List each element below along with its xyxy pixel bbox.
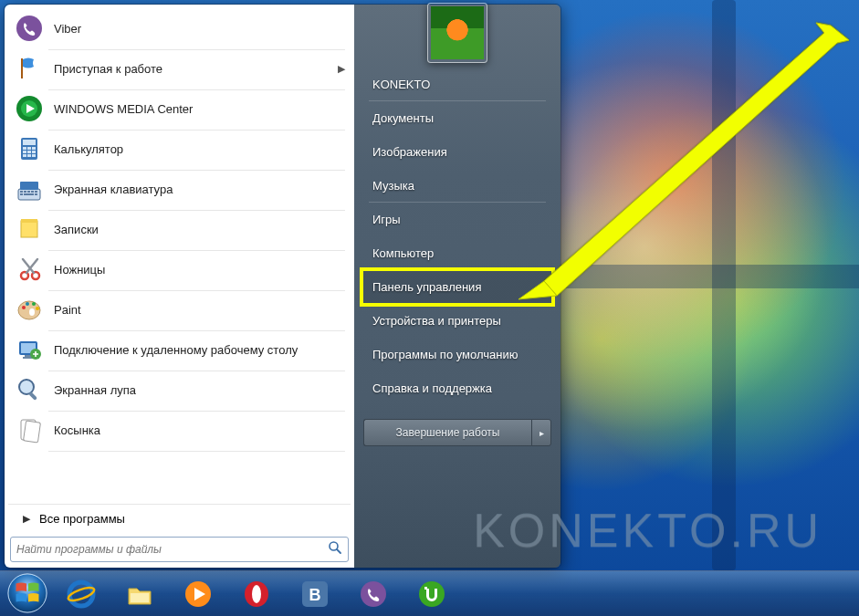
- svg-point-2: [8, 573, 47, 611]
- search-input[interactable]: [16, 543, 328, 556]
- keyboard-icon: [14, 173, 45, 204]
- program-item-keyboard[interactable]: Экранная клавиатура: [8, 169, 351, 209]
- right-panel-item-label: Игры: [372, 213, 401, 226]
- taskbar-vk-button[interactable]: [287, 575, 343, 613]
- shutdown-options-button[interactable]: ▸: [531, 419, 551, 446]
- program-item-viber[interactable]: Viber: [8, 8, 351, 48]
- submenu-arrow-icon: ▶: [338, 63, 345, 75]
- start-menu-right-pane: KONEKTO ДокументыИзображенияМузыкаИгрыКо…: [354, 5, 560, 568]
- program-item-notes[interactable]: Записки: [8, 209, 351, 249]
- taskbar-utorrent-button[interactable]: [403, 575, 460, 613]
- flag-icon: [14, 53, 45, 84]
- taskbar: [0, 570, 859, 616]
- right-panel-item[interactable]: Устройства и принтеры: [363, 305, 551, 337]
- triangle-right-icon: ▸: [539, 428, 544, 438]
- program-label: Записки: [54, 223, 345, 236]
- right-panel-item-label: Устройства и принтеры: [372, 314, 501, 328]
- all-programs-button[interactable]: ▶ Все программы: [8, 504, 351, 533]
- right-panel-item[interactable]: Игры: [363, 204, 551, 235]
- user-name-label: KONEKTO: [372, 78, 430, 91]
- right-panel-item[interactable]: Изображения: [363, 136, 551, 168]
- program-label: Приступая к работе: [54, 62, 329, 76]
- program-label: Ножницы: [54, 263, 345, 277]
- calc-icon: [14, 133, 45, 164]
- vk-icon: [300, 579, 330, 609]
- taskbar-ie-button[interactable]: [53, 575, 110, 613]
- right-panel-item[interactable]: Документы: [363, 102, 551, 134]
- taskbar-viber-button[interactable]: [345, 575, 402, 613]
- right-panel-list: KONEKTO ДокументыИзображенияМузыкаИгрыКо…: [363, 68, 551, 404]
- right-panel-item-label: Панель управления: [372, 280, 481, 294]
- program-label: Косынка: [54, 423, 345, 437]
- search-box[interactable]: [10, 537, 349, 562]
- right-panel-item-label: Программы по умолчанию: [372, 348, 518, 361]
- shutdown-group: Завершение работы ▸: [363, 419, 551, 446]
- right-panel-item[interactable]: Музыка: [363, 170, 551, 202]
- program-label: Экранная клавиатура: [54, 183, 345, 196]
- all-programs-label: Все программы: [39, 512, 125, 526]
- taskbar-opera-button[interactable]: [228, 575, 285, 613]
- user-picture[interactable]: [427, 3, 487, 63]
- program-item-rdp[interactable]: Подключение к удаленному рабочему столу: [8, 329, 351, 370]
- right-panel-item[interactable]: Справка и поддержка: [363, 372, 551, 404]
- program-label: Paint: [54, 303, 345, 317]
- right-panel-item-label: Справка и поддержка: [372, 381, 492, 395]
- user-name-item[interactable]: KONEKTO: [363, 68, 551, 100]
- viber-icon: [359, 579, 388, 609]
- explorer-icon: [125, 579, 154, 609]
- svg-line-1: [337, 549, 340, 553]
- program-item-snip[interactable]: Ножницы: [8, 249, 351, 289]
- notes-icon: [14, 214, 45, 245]
- solitaire-icon: [14, 414, 45, 445]
- program-list: ViberПриступая к работе▶WINDOWS MEDIA Ce…: [8, 8, 351, 504]
- program-label: Экранная лупа: [54, 383, 345, 397]
- right-panel-item-label: Изображения: [372, 145, 447, 159]
- taskbar-explorer-button[interactable]: [111, 575, 168, 613]
- program-item-flag[interactable]: Приступая к работе▶: [8, 48, 351, 89]
- magnifier-icon: [14, 374, 45, 405]
- right-panel-item-label: Документы: [372, 111, 434, 125]
- program-label: WINDOWS MEDIA Center: [54, 102, 345, 116]
- rdp-icon: [14, 334, 45, 365]
- program-label: Подключение к удаленному рабочему столу: [54, 343, 345, 357]
- right-panel-item[interactable]: Компьютер: [363, 237, 551, 269]
- snip-icon: [14, 254, 45, 285]
- right-panel-item[interactable]: Панель управления: [363, 271, 551, 303]
- wmp-icon: [183, 579, 213, 609]
- paint-icon: [14, 294, 45, 325]
- taskbar-wmp-button[interactable]: [170, 575, 226, 613]
- opera-icon: [242, 579, 271, 609]
- ie-icon: [67, 579, 96, 609]
- right-panel-item-label: Компьютер: [372, 246, 434, 260]
- start-button[interactable]: [4, 569, 51, 617]
- search-icon: [328, 540, 342, 559]
- start-menu-left-pane: ViberПриступая к работе▶WINDOWS MEDIA Ce…: [5, 5, 354, 568]
- utorrent-icon: [417, 579, 446, 609]
- viber-icon: [14, 13, 45, 44]
- program-item-paint[interactable]: Paint: [8, 289, 351, 329]
- start-menu: ViberПриступая к работе▶WINDOWS MEDIA Ce…: [4, 4, 561, 569]
- program-item-wmc[interactable]: WINDOWS MEDIA Center: [8, 89, 351, 129]
- wmc-icon: [14, 93, 45, 124]
- triangle-right-icon: ▶: [23, 513, 30, 525]
- program-item-calc[interactable]: Калькулятор: [8, 129, 351, 169]
- program-item-solitaire[interactable]: Косынка: [8, 410, 351, 450]
- shutdown-button[interactable]: Завершение работы: [363, 419, 531, 446]
- program-label: Калькулятор: [54, 142, 345, 156]
- right-panel-item-label: Музыка: [372, 179, 414, 193]
- shutdown-label: Завершение работы: [396, 426, 500, 439]
- right-panel-item[interactable]: Программы по умолчанию: [363, 339, 551, 371]
- program-label: Viber: [54, 22, 345, 36]
- program-item-magnifier[interactable]: Экранная лупа: [8, 370, 351, 410]
